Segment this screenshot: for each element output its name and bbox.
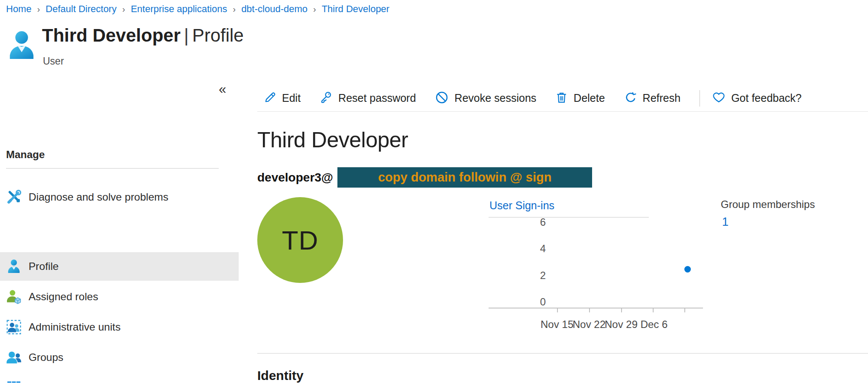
command-bar: Edit Reset password Revoke sessions xyxy=(257,85,868,112)
admin-units-icon xyxy=(6,319,22,335)
sidebar-collapse-icon[interactable]: « xyxy=(219,81,226,97)
group-memberships-count-link[interactable]: 1 xyxy=(722,215,729,229)
refresh-icon xyxy=(624,91,637,106)
got-feedback-button-label: Got feedback? xyxy=(731,92,802,104)
y-tick-label: 4 xyxy=(528,243,546,255)
domain-redaction-annotation: copy domain followin @ sign xyxy=(337,167,592,188)
page-title-separator: | xyxy=(181,25,192,45)
x-tick-label: Dec 6 xyxy=(628,318,680,331)
user-sign-ins-chart: User Sign-ins 6 4 2 0 Nov 15 Nov 22 Nov … xyxy=(489,199,705,338)
delete-button-label: Delete xyxy=(573,92,605,104)
user-profile-page: Home › Default Directory › Enterprise ap… xyxy=(0,0,868,383)
key-icon xyxy=(320,91,333,106)
breadcrumb-separator-icon: › xyxy=(117,4,131,14)
tools-icon xyxy=(6,189,22,205)
person-icon xyxy=(6,259,22,274)
applications-grid-icon xyxy=(6,380,22,383)
got-feedback-button[interactable]: Got feedback? xyxy=(712,91,802,106)
x-tick-mark xyxy=(684,308,685,312)
sign-ins-plot-area: 6 4 2 0 xyxy=(489,219,703,308)
delete-button[interactable]: Delete xyxy=(555,91,605,106)
user-sign-ins-link[interactable]: User Sign-ins xyxy=(489,199,554,212)
revoke-sessions-button[interactable]: Revoke sessions xyxy=(435,91,536,106)
user-avatar-icon xyxy=(8,30,36,62)
email-prefix: developer3@ xyxy=(257,171,333,185)
x-tick-mark xyxy=(653,308,654,312)
sidebar-item-groups[interactable]: Groups xyxy=(0,343,239,372)
avatar: TD xyxy=(257,197,343,283)
sidebar-item-label: Administrative units xyxy=(29,321,120,333)
sidebar-item-administrative-units[interactable]: Administrative units xyxy=(0,313,239,341)
reset-password-button[interactable]: Reset password xyxy=(320,91,416,106)
y-tick-label: 6 xyxy=(528,216,546,228)
group-memberships-label: Group memberships xyxy=(721,198,815,211)
section-divider xyxy=(257,353,868,354)
sidebar-item-diagnose[interactable]: Diagnose and solve problems xyxy=(0,183,239,211)
user-principal-name: developer3@ copy domain followin @ sign xyxy=(257,167,592,188)
breadcrumb-default-directory[interactable]: Default Directory xyxy=(45,3,117,15)
trash-icon xyxy=(555,91,568,106)
page-title-section: Profile xyxy=(192,25,244,45)
refresh-button-label: Refresh xyxy=(643,92,681,104)
sidebar-item-applications[interactable]: Applications xyxy=(0,373,239,383)
breadcrumb-separator-icon: › xyxy=(308,4,322,14)
y-tick-label: 0 xyxy=(528,296,546,308)
page-title: Third Developer|Profile xyxy=(42,25,244,46)
breadcrumb-separator-icon: › xyxy=(32,4,46,14)
sidebar-item-label: Profile xyxy=(29,260,58,273)
domain-redaction-label: copy domain followin @ sign xyxy=(378,170,551,185)
page-subtitle: User xyxy=(43,55,64,67)
breadcrumb-third-developer[interactable]: Third Developer xyxy=(322,3,390,15)
revoke-sessions-button-label: Revoke sessions xyxy=(454,92,536,104)
sidebar-divider xyxy=(6,168,219,169)
refresh-button[interactable]: Refresh xyxy=(624,91,681,106)
user-display-name: Third Developer xyxy=(257,127,408,153)
edit-button[interactable]: Edit xyxy=(263,91,301,106)
reset-password-button-label: Reset password xyxy=(338,92,416,104)
chart-title-divider xyxy=(489,217,649,217)
y-tick-label: 2 xyxy=(528,269,546,282)
breadcrumb-separator-icon: › xyxy=(227,4,241,14)
sidebar-item-label: Assigned roles xyxy=(29,291,98,303)
assigned-roles-icon xyxy=(6,289,22,305)
sidebar-item-profile[interactable]: Profile xyxy=(0,252,239,281)
breadcrumb-dbt-cloud-demo[interactable]: dbt-cloud-demo xyxy=(241,3,308,15)
sidebar-item-label: Diagnose and solve problems xyxy=(29,191,168,203)
breadcrumb: Home › Default Directory › Enterprise ap… xyxy=(6,3,389,15)
x-tick-mark xyxy=(557,308,558,312)
sidebar-section-manage: Manage xyxy=(6,149,45,161)
x-tick-mark xyxy=(589,308,590,312)
breadcrumb-enterprise-applications[interactable]: Enterprise applications xyxy=(131,3,227,15)
block-icon xyxy=(435,91,449,106)
heart-icon xyxy=(712,91,725,106)
sidebar-item-label: Groups xyxy=(29,351,63,364)
groups-icon xyxy=(6,350,22,365)
toolbar-divider xyxy=(700,90,700,107)
signin-data-point xyxy=(684,266,691,273)
avatar-initials: TD xyxy=(282,225,319,256)
sidebar-item-assigned-roles[interactable]: Assigned roles xyxy=(0,282,239,311)
pencil-icon xyxy=(263,91,276,106)
x-tick-mark xyxy=(621,308,622,312)
edit-button-label: Edit xyxy=(282,92,301,104)
identity-section-heading: Identity xyxy=(257,368,304,383)
page-title-name: Third Developer xyxy=(42,25,181,45)
breadcrumb-home[interactable]: Home xyxy=(6,3,32,15)
sidebar: « Diagnose and solve problems Manage xyxy=(0,80,239,383)
